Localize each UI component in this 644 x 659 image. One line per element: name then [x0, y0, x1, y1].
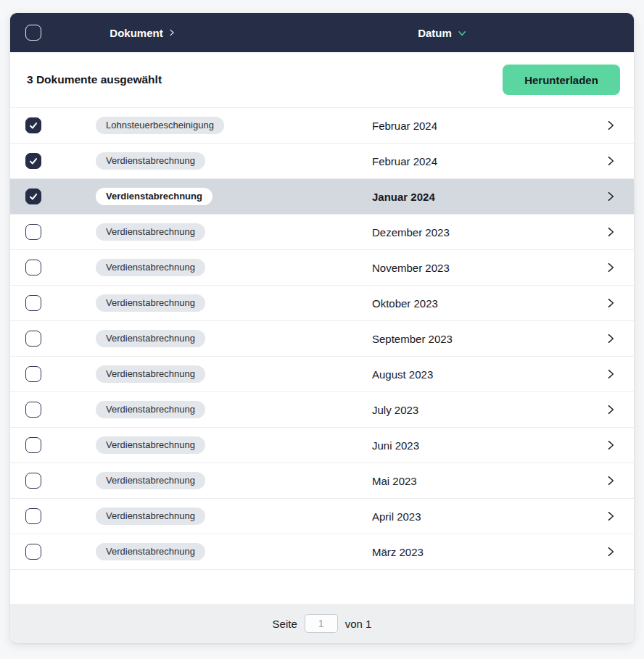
row-checkbox[interactable] — [25, 117, 41, 133]
row-date-cell: Februar 2024 — [372, 155, 587, 167]
chevron-right-icon[interactable] — [605, 262, 616, 273]
column-header-dokument-label: Dokument — [110, 27, 162, 39]
document-type-badge: Verdienstabrechnung — [96, 472, 205, 489]
chevron-right-icon[interactable] — [605, 297, 616, 309]
chevron-right-icon[interactable] — [605, 155, 616, 167]
document-date: Mai 2023 — [372, 475, 417, 487]
document-date: Dezember 2023 — [372, 226, 450, 239]
document-type-badge: Verdienstabrechnung — [96, 365, 205, 383]
row-date-cell: Februar 2024 — [372, 120, 587, 132]
row-checkbox[interactable] — [25, 544, 41, 560]
row-date-cell: July 2023 — [372, 404, 587, 416]
row-checkbox[interactable] — [25, 260, 41, 275]
page-number-input[interactable] — [305, 614, 338, 633]
row-checkbox[interactable] — [25, 473, 41, 489]
table-row[interactable]: Verdienstabrechnung Oktober 2023 — [10, 286, 634, 321]
document-type-badge: Verdienstabrechnung — [96, 223, 205, 241]
document-type-badge: Verdienstabrechnung — [96, 152, 205, 170]
chevron-right-icon[interactable] — [605, 120, 616, 131]
row-type-cell: Verdienstabrechnung — [96, 401, 372, 418]
row-type-cell: Verdienstabrechnung — [96, 472, 372, 489]
row-checkbox[interactable] — [25, 402, 41, 418]
row-checkbox-cell — [10, 295, 96, 311]
row-chevron-cell — [587, 262, 634, 273]
document-date: März 2023 — [372, 546, 424, 558]
document-type-badge: Verdienstabrechnung — [96, 259, 205, 276]
row-checkbox[interactable] — [25, 188, 41, 204]
column-header-datum-label: Datum — [418, 27, 452, 39]
row-chevron-cell — [587, 475, 634, 486]
document-date: August 2023 — [372, 368, 433, 381]
document-date: July 2023 — [372, 404, 418, 416]
table-row[interactable]: Verdienstabrechnung Dezember 2023 — [10, 215, 634, 250]
row-checkbox-cell — [10, 331, 96, 347]
row-chevron-cell — [587, 439, 634, 451]
chevron-right-icon[interactable] — [605, 546, 616, 558]
pagination-footer: Seite von 1 — [10, 604, 634, 643]
pagination-label-before: Seite — [273, 618, 297, 630]
check-icon — [28, 191, 38, 202]
table-row[interactable]: Verdienstabrechnung August 2023 — [10, 357, 634, 392]
row-checkbox[interactable] — [25, 153, 41, 169]
row-checkbox[interactable] — [25, 224, 41, 240]
row-chevron-cell — [587, 404, 634, 415]
document-type-badge: Verdienstabrechnung — [96, 507, 205, 525]
row-type-cell: Verdienstabrechnung — [96, 543, 372, 560]
table-row[interactable]: Verdienstabrechnung September 2023 — [10, 321, 634, 357]
check-icon — [28, 156, 38, 166]
chevron-right-icon[interactable] — [605, 191, 616, 202]
chevron-right-icon[interactable] — [605, 333, 616, 344]
document-date: November 2023 — [372, 262, 450, 274]
chevron-right-icon[interactable] — [605, 368, 616, 380]
row-checkbox[interactable] — [25, 366, 41, 382]
table-row[interactable]: Verdienstabrechnung Juni 2023 — [10, 428, 634, 463]
column-header-dokument[interactable]: Dokument — [110, 27, 176, 39]
column-header-datum[interactable]: Datum — [418, 27, 467, 39]
document-date: April 2023 — [372, 510, 421, 523]
table-row[interactable]: Verdienstabrechnung Mai 2023 — [10, 463, 634, 499]
row-checkbox-cell — [10, 117, 96, 133]
chevron-right-icon[interactable] — [605, 404, 616, 415]
row-date-cell: August 2023 — [372, 368, 587, 381]
table-row[interactable]: Verdienstabrechnung März 2023 — [10, 534, 634, 570]
select-all-checkbox[interactable] — [25, 25, 41, 41]
check-icon — [28, 120, 38, 130]
table-row[interactable]: Verdienstabrechnung Januar 2024 — [10, 179, 634, 215]
document-table-body: Lohnsteuerbescheinigung Februar 2024 Ver… — [10, 108, 634, 570]
row-type-cell: Verdienstabrechnung — [96, 259, 372, 276]
row-checkbox[interactable] — [25, 295, 41, 311]
row-date-cell: November 2023 — [372, 262, 587, 274]
document-type-badge: Verdienstabrechnung — [96, 294, 205, 312]
row-chevron-cell — [587, 297, 634, 309]
row-type-cell: Verdienstabrechnung — [96, 294, 372, 312]
chevron-right-icon — [168, 29, 176, 37]
row-type-cell: Verdienstabrechnung — [96, 365, 372, 383]
row-type-cell: Lohnsteuerbescheinigung — [96, 117, 372, 134]
row-chevron-cell — [587, 510, 634, 522]
row-chevron-cell — [587, 546, 634, 558]
row-date-cell: Mai 2023 — [372, 475, 587, 487]
row-chevron-cell — [587, 155, 634, 167]
download-button[interactable]: Herunterladen — [503, 65, 620, 95]
document-type-badge: Verdienstabrechnung — [96, 543, 205, 560]
row-checkbox[interactable] — [25, 437, 41, 453]
table-row[interactable]: Verdienstabrechnung Februar 2024 — [10, 144, 634, 179]
chevron-right-icon[interactable] — [605, 510, 616, 522]
table-row[interactable]: Lohnsteuerbescheinigung Februar 2024 — [10, 108, 634, 144]
table-row[interactable]: Verdienstabrechnung July 2023 — [10, 392, 634, 428]
row-checkbox[interactable] — [25, 331, 41, 347]
chevron-right-icon[interactable] — [605, 226, 616, 238]
row-checkbox-cell — [10, 188, 96, 204]
document-type-badge: Verdienstabrechnung — [96, 401, 205, 418]
row-checkbox[interactable] — [25, 508, 41, 524]
document-date: September 2023 — [372, 333, 453, 345]
row-date-cell: Oktober 2023 — [372, 297, 587, 310]
chevron-right-icon[interactable] — [605, 475, 616, 486]
table-row[interactable]: Verdienstabrechnung April 2023 — [10, 499, 634, 534]
row-date-cell: Dezember 2023 — [372, 226, 587, 239]
row-checkbox-cell — [10, 402, 96, 418]
row-type-cell: Verdienstabrechnung — [96, 507, 372, 525]
chevron-right-icon[interactable] — [605, 439, 616, 451]
table-row[interactable]: Verdienstabrechnung November 2023 — [10, 250, 634, 286]
row-chevron-cell — [587, 368, 634, 380]
